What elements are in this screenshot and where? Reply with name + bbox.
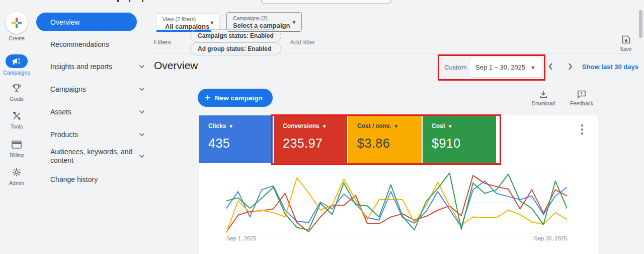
sidenav-item-overview[interactable]: Overview: [36, 13, 137, 31]
caret-down-icon: ▼: [209, 20, 215, 26]
sidenav-item-audiences-keywords-and-content[interactable]: Audiences, keywords, and content: [50, 145, 145, 167]
filter-chip[interactable]: Ad group status: Enabled: [190, 42, 281, 55]
chevron-down-icon: [139, 65, 145, 69]
filter-chip[interactable]: Campaign status: Enabled: [190, 29, 281, 42]
caret-down-icon: ▼: [228, 123, 233, 129]
overview-chart-card: Clicks▼435Conversions▼235.97Cost / conv.…: [199, 115, 599, 254]
chevron-down-icon: [139, 133, 145, 137]
divider: [152, 53, 638, 53]
scorecard-value: 235.97: [283, 136, 347, 151]
scorecard-metric-label[interactable]: Cost▼: [432, 122, 496, 130]
rail-item-billing[interactable]: Billing: [0, 139, 33, 158]
sidenav-item-label: Overview: [50, 18, 79, 26]
caret-down-icon: ▼: [322, 123, 327, 129]
scorecard-value: 435: [208, 136, 273, 151]
caret-down-icon: ▼: [393, 123, 398, 129]
date-range-value: Sep 1 – 30, 2025: [475, 64, 525, 71]
plus-multicolor-icon: [11, 17, 22, 28]
add-filter-button[interactable]: Add filter: [290, 39, 315, 46]
sidenav-item-label: Audiences, keywords, and content: [50, 148, 137, 165]
feedback-button[interactable]: Feedback: [568, 90, 596, 106]
rail-item-campaigns[interactable]: Campaigns: [0, 54, 33, 76]
side-navigation: OverviewRecommendationsInsights and repo…: [33, 0, 147, 254]
metric-scorecards: Clicks▼435Conversions▼235.97Cost / conv.…: [199, 115, 496, 163]
download-button[interactable]: Download: [529, 90, 557, 106]
sidenav-item-assets[interactable]: Assets: [50, 104, 145, 119]
rail-label-campaigns: Campaigns: [0, 70, 33, 76]
icon-rail: Create Campaigns Goals: [0, 0, 33, 254]
next-period-button[interactable]: [565, 61, 576, 72]
date-range-dropdown[interactable]: Sep 1 – 30, 2025 ▼: [469, 57, 542, 78]
caret-down-icon: ▼: [530, 65, 536, 71]
chevron-down-icon: [139, 110, 145, 114]
download-icon: [539, 90, 548, 99]
sidenav-item-label: Insights and reports: [50, 62, 137, 71]
create-label: Create: [0, 35, 33, 41]
sidenav-item-label: Change history: [50, 175, 145, 184]
scorecard-metric-label[interactable]: Clicks▼: [208, 122, 273, 130]
rail-label-admin: Admin: [0, 180, 33, 186]
main-content: View (2 filters) All campaigns ▼ Campaig…: [149, 0, 644, 254]
sidenav-item-label: Assets: [50, 108, 137, 116]
scorecard-clicks[interactable]: Clicks▼435: [199, 115, 273, 163]
page-title: Overview: [154, 59, 198, 72]
rail-label-tools: Tools: [0, 123, 33, 130]
sidenav-item-products[interactable]: Products: [50, 127, 145, 142]
megaphone-icon: [12, 57, 22, 66]
rail-item-admin[interactable]: Admin: [0, 166, 33, 186]
scorecard-cost[interactable]: Cost▼$910: [423, 115, 496, 163]
save-icon: [621, 35, 631, 44]
x-axis-tick-end: Sep 30, 2025: [527, 235, 567, 241]
sidenav-item-recommendations[interactable]: Recommendations: [50, 37, 145, 52]
gear-icon: [12, 167, 22, 177]
previous-period-button[interactable]: [545, 61, 556, 72]
trophy-icon: [12, 83, 22, 93]
new-campaign-label: New campaign: [215, 94, 263, 102]
caret-down-icon: ▼: [448, 123, 453, 129]
card-menu-kebab-icon[interactable]: [578, 124, 587, 135]
filter-chips: Campaign status: EnabledAd group status:…: [190, 29, 287, 55]
scorecard-cost-conv[interactable]: Cost / conv.▼$3.86: [348, 115, 422, 163]
rail-label-goals: Goals: [0, 96, 33, 102]
rail-item-goals[interactable]: Goals: [0, 82, 33, 102]
filters-label: Filters: [154, 39, 171, 46]
scorecard-metric-label[interactable]: Conversions▼: [283, 122, 347, 130]
save-label: Save: [612, 46, 640, 52]
campaign-selector-value: Select a campaign: [233, 22, 290, 29]
rail-item-tools[interactable]: Tools: [0, 110, 33, 130]
feedback-label: Feedback: [568, 100, 596, 106]
plus-icon: +: [205, 92, 210, 103]
sidenav-item-campaigns[interactable]: Campaigns: [50, 82, 145, 97]
date-mode-label: Custom: [444, 64, 467, 71]
download-label: Download: [529, 100, 557, 106]
rail-label-billing: Billing: [0, 152, 33, 158]
chevron-down-icon: [139, 87, 145, 91]
view-selector-caption: View (2 filters): [163, 16, 205, 22]
scorecard-value: $910: [432, 136, 496, 151]
billing-icon: [12, 141, 22, 149]
show-last-30-days-link[interactable]: Show last 30 days: [582, 63, 638, 71]
new-campaign-button[interactable]: + New campaign: [198, 89, 273, 107]
caret-down-icon: ▼: [291, 19, 297, 25]
campaign-selector-caption: Campaigns (2): [233, 15, 287, 21]
chevron-down-icon: [139, 154, 145, 158]
sidenav-item-insights-and-reports[interactable]: Insights and reports: [50, 59, 145, 74]
scorecard-value: $3.86: [357, 136, 422, 151]
sidenav-item-change-history[interactable]: Change history: [50, 172, 145, 187]
filters-bar: Filters Campaign status: EnabledAd group…: [154, 36, 315, 49]
scorecard-metric-label[interactable]: Cost / conv.▼: [357, 122, 422, 130]
tools-icon: [12, 111, 22, 121]
sidenav-item-label: Products: [50, 131, 137, 139]
feedback-icon: [577, 90, 586, 99]
performance-line-chart[interactable]: [226, 168, 567, 234]
sidenav-item-label: Recommendations: [50, 40, 145, 49]
x-axis-tick-start: Sep 1, 2025: [226, 235, 256, 241]
scorecard-conversions[interactable]: Conversions▼235.97: [274, 115, 347, 163]
sidenav-item-label: Campaigns: [50, 85, 137, 94]
save-button[interactable]: Save: [612, 35, 640, 52]
create-button[interactable]: Create: [0, 12, 33, 41]
